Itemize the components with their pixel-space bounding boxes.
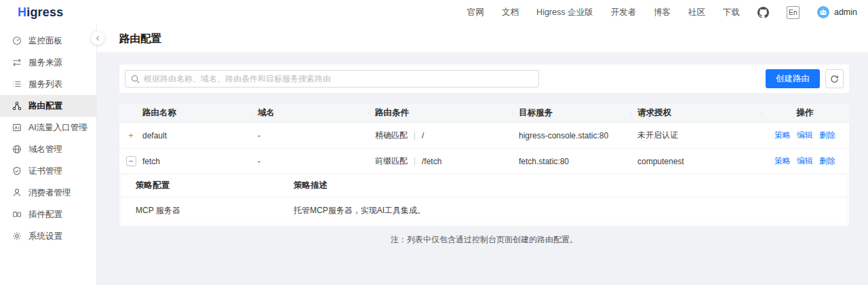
content-area: 创建路由 路由名称 域名 路由条件 目标服务 请求授权 操作 + <box>97 53 868 246</box>
sidebar-item-service-list[interactable]: 服务列表 <box>0 73 96 95</box>
create-route-button[interactable]: 创建路由 <box>766 69 820 88</box>
sidebar-item-label: 服务列表 <box>28 79 62 90</box>
col-strategy-config: 策略配置 <box>122 180 294 191</box>
strategy-link[interactable]: 策略 <box>774 155 791 167</box>
nav-docs[interactable]: 文档 <box>502 7 519 18</box>
sidebar-item-label: 系统设置 <box>28 231 62 242</box>
sidebar-item-domain[interactable]: 域名管理 <box>0 138 96 160</box>
language-toggle-button[interactable]: En <box>787 6 800 19</box>
row-expander-cell: + <box>119 130 142 140</box>
routes-table: 路由名称 域名 路由条件 目标服务 请求授权 操作 + default - 精确… <box>119 103 849 226</box>
row-expander-cell: − <box>119 156 142 166</box>
service-list-icon <box>12 79 22 89</box>
main-area: 路由配置 创建路由 路由名称 域名 路由条件 <box>97 0 868 246</box>
nav-community[interactable]: 社区 <box>688 7 705 18</box>
sidebar-item-label: 服务来源 <box>28 57 62 69</box>
strategy-sub-table: 策略配置 策略描述 MCP 服务器 托管MCP服务器，实现AI工具集成。 <box>122 174 846 223</box>
delete-link[interactable]: 删除 <box>819 155 835 167</box>
match-path: / <box>422 131 424 140</box>
sidebar-item-label: 监控面板 <box>28 35 62 47</box>
col-request-auth: 请求授权 <box>631 107 761 119</box>
collapse-row-button[interactable]: − <box>126 156 136 166</box>
col-target-service: 目标服务 <box>512 107 631 119</box>
request-auth: computenest <box>631 157 761 166</box>
sidebar-item-label: 插件配置 <box>28 209 62 221</box>
sidebar-item-settings[interactable]: 系统设置 <box>0 225 96 247</box>
search-icon <box>131 75 140 83</box>
domain-icon <box>12 145 22 154</box>
strategy-description: 托管MCP服务器，实现AI工具集成。 <box>294 205 846 216</box>
col-route-condition: 路由条件 <box>368 107 512 119</box>
table-row: + default - 精确匹配 / higress-console.stati… <box>119 122 849 148</box>
sub-table-row: MCP 服务器 托管MCP服务器，实现AI工具集成。 <box>122 197 846 223</box>
target-service: higress-console.static:80 <box>512 131 631 140</box>
toolbar: 创建路由 <box>119 64 849 93</box>
refresh-icon <box>830 75 839 83</box>
row-actions: 策略 编辑 删除 <box>761 130 849 141</box>
request-auth: 未开启认证 <box>631 130 761 141</box>
service-source-icon <box>12 58 22 67</box>
col-domain: 域名 <box>251 107 368 119</box>
logo-rest: igress <box>26 5 63 19</box>
col-strategy-desc: 策略描述 <box>294 180 846 191</box>
route-search-box[interactable] <box>125 70 539 88</box>
sidebar-item-label: 路由配置 <box>28 100 62 112</box>
refresh-button[interactable] <box>825 69 844 88</box>
route-name: default <box>142 131 251 140</box>
higress-logo: Higress <box>18 5 63 20</box>
app-header: Higress 官网 文档 Higress 企业版 开发者 博客 社区 下载 E… <box>0 0 868 24</box>
route-name: fetch <box>142 157 251 166</box>
username-label: admin <box>834 7 857 17</box>
consumer-icon <box>12 188 22 197</box>
route-domain: - <box>251 157 368 166</box>
sidebar-item-label: 消费者管理 <box>28 187 71 199</box>
nav-developers[interactable]: 开发者 <box>610 7 636 18</box>
route-condition: 精确匹配 / <box>368 130 512 141</box>
match-separator <box>414 157 415 166</box>
title-bar: 路由配置 <box>97 24 868 53</box>
github-icon[interactable] <box>757 7 769 18</box>
route-condition: 前缀匹配 /fetch <box>368 155 512 167</box>
col-route-name: 路由名称 <box>142 107 251 119</box>
table-row: − fetch - 前缀匹配 /fetch fetch.static:80 co… <box>119 148 849 174</box>
sub-table-header-row: 策略配置 策略描述 <box>122 174 846 197</box>
settings-icon <box>12 231 22 241</box>
sidebar-item-ai-gateway[interactable]: AI流量入口管理 <box>0 117 96 138</box>
sidebar-collapse-button[interactable] <box>91 31 104 45</box>
route-search-input[interactable] <box>144 74 533 83</box>
target-service: fetch.static:80 <box>512 157 631 166</box>
sidebar-item-dashboard[interactable]: 监控面板 <box>0 30 96 52</box>
plugin-icon <box>12 210 22 219</box>
match-path: /fetch <box>422 157 441 166</box>
nav-enterprise[interactable]: Higress 企业版 <box>536 7 593 18</box>
ai-gateway-icon <box>12 123 22 132</box>
sidebar-item-label: 域名管理 <box>28 144 62 155</box>
sidebar-item-certificate[interactable]: 证书管理 <box>0 160 96 182</box>
user-avatar <box>817 6 829 18</box>
match-type: 精确匹配 <box>375 130 408 141</box>
route-config-icon <box>12 101 22 111</box>
edit-link[interactable]: 编辑 <box>797 130 813 141</box>
sidebar-item-label: AI流量入口管理 <box>28 122 87 134</box>
row-actions: 策略 编辑 删除 <box>761 155 849 167</box>
sidebar-item-service-source[interactable]: 服务来源 <box>0 52 96 73</box>
match-separator <box>414 132 415 140</box>
logo-highlight: H <box>18 5 26 19</box>
sidebar-item-route-config[interactable]: 路由配置 <box>0 95 96 117</box>
sidebar-item-consumer[interactable]: 消费者管理 <box>0 182 96 204</box>
strategy-link[interactable]: 策略 <box>774 130 791 141</box>
nav-blog[interactable]: 博客 <box>654 7 671 18</box>
top-nav: 官网 文档 Higress 企业版 开发者 博客 社区 下载 En admin <box>467 6 857 19</box>
edit-link[interactable]: 编辑 <box>797 155 813 167</box>
sidebar-item-label: 证书管理 <box>28 166 62 177</box>
nav-official-site[interactable]: 官网 <box>467 7 484 18</box>
nav-download[interactable]: 下载 <box>723 7 740 18</box>
delete-link[interactable]: 删除 <box>819 130 835 141</box>
user-menu[interactable]: admin <box>817 6 857 18</box>
chevron-left-icon <box>96 35 100 40</box>
col-actions: 操作 <box>761 107 849 119</box>
expand-row-button[interactable]: + <box>128 130 134 140</box>
table-header-row: 路由名称 域名 路由条件 目标服务 请求授权 操作 <box>119 103 849 122</box>
table-footnote: 注：列表中仅包含通过控制台页面创建的路由配置。 <box>119 234 849 246</box>
sidebar-item-plugin[interactable]: 插件配置 <box>0 204 96 225</box>
